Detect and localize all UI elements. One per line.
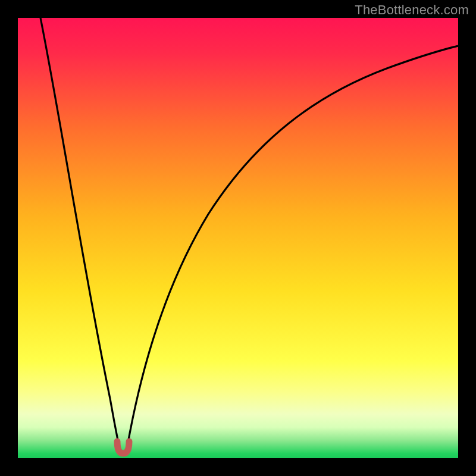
minimum-marker xyxy=(117,441,129,453)
plot-area xyxy=(18,18,458,458)
curve-right-branch xyxy=(127,46,458,446)
bottleneck-curve xyxy=(18,18,458,458)
curve-left-branch xyxy=(40,18,119,446)
watermark-text: TheBottleneck.com xyxy=(355,2,469,18)
outer-frame: TheBottleneck.com xyxy=(0,0,476,476)
